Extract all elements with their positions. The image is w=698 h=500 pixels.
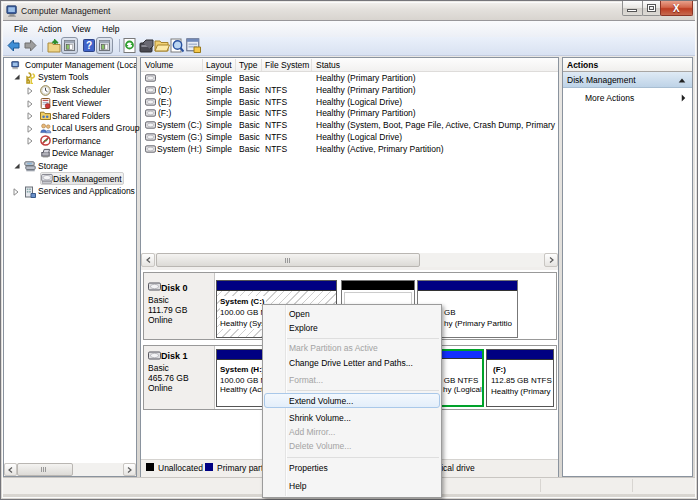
svg-text:?: ?	[86, 40, 92, 51]
